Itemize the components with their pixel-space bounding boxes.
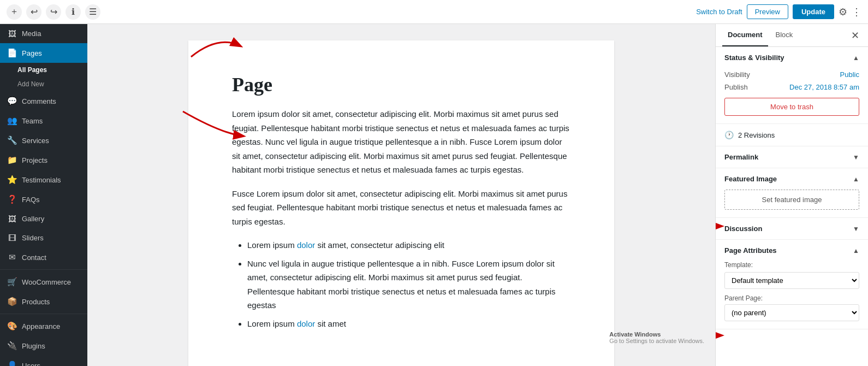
sidebar-item-pages[interactable]: 📄 Pages <box>0 43 87 63</box>
comments-icon: 💬 <box>7 96 17 106</box>
move-to-trash-button[interactable]: Move to trash <box>724 98 859 116</box>
editor-paragraph-2[interactable]: Fusce Lorem ipsum dolor sit amet, consec… <box>232 187 570 229</box>
sidebar-item-comments[interactable]: 💬 Comments <box>0 91 87 111</box>
list-view-icon[interactable]: ☰ <box>85 4 100 20</box>
more-options-icon[interactable]: ⋮ <box>852 6 861 18</box>
editor-list: Lorem ipsum dolor sit amet, consectetur … <box>232 238 570 330</box>
publish-label: Publish <box>724 83 748 91</box>
parent-page-label: Parent Page: <box>724 294 859 302</box>
settings-icon[interactable]: ⚙ <box>839 6 847 18</box>
section-featured-title: Featured Image <box>724 175 777 183</box>
publish-row: Publish Dec 27, 2018 8:57 am <box>724 81 859 93</box>
top-bar-left: ＋ ↩ ↪ ℹ ☰ <box>7 4 692 20</box>
template-select[interactable]: Default template <box>724 272 859 289</box>
update-button[interactable]: Update <box>793 4 834 19</box>
switch-to-draft-button[interactable]: Switch to Draft <box>696 8 742 16</box>
revisions-row[interactable]: 🕐 2 Revisions <box>716 124 868 146</box>
info-icon[interactable]: ℹ <box>66 4 81 20</box>
revisions-count: 2 Revisions <box>738 131 775 139</box>
sidebar-label-pages: Pages <box>22 49 81 57</box>
sidebar-item-contact[interactable]: ✉ Contact <box>0 247 87 267</box>
panel-tabs: Document Block ✕ <box>716 24 868 47</box>
sidebar-label-contact: Contact <box>22 253 81 262</box>
section-status-header[interactable]: Status & Visibility ▲ <box>716 47 868 68</box>
editor-paragraph-1[interactable]: Lorem ipsum dolor sit amet, consectetur … <box>232 107 570 177</box>
section-attributes-title: Page Attributes <box>724 246 777 255</box>
section-permalink: Permalink ▼ <box>716 146 868 168</box>
sidebar-label-users: Users <box>22 362 81 367</box>
redo-icon[interactable]: ↪ <box>46 4 61 20</box>
list-item[interactable]: Lorem ipsum dolor sit amet, consectetur … <box>247 238 570 252</box>
sidebar-item-teams[interactable]: 👥 Teams <box>0 111 87 131</box>
section-discussion-header[interactable]: Discussion ▼ <box>716 218 868 239</box>
section-page-attributes: Page Attributes ▲ Template: Default temp… <box>716 240 868 329</box>
set-featured-image-button[interactable]: Set featured image <box>724 190 859 210</box>
parent-page-select[interactable]: (no parent) <box>724 304 859 321</box>
sidebar-item-users[interactable]: 👤 Users <box>0 356 87 366</box>
sidebar-subitem-add-new[interactable]: Add New <box>0 77 87 91</box>
editor-content: Page Lorem ipsum dolor sit amet, consect… <box>188 40 614 366</box>
visibility-label: Visibility <box>724 70 750 79</box>
sidebar-label-sliders: Sliders <box>22 234 81 242</box>
main-layout: 🖼 Media 📄 Pages All Pages Add New 💬 Comm… <box>0 24 868 366</box>
section-status-title: Status & Visibility <box>724 54 784 62</box>
preview-button[interactable]: Preview <box>747 4 788 19</box>
sidebar-label-services: Services <box>22 137 81 145</box>
editor-area: Page Lorem ipsum dolor sit amet, consect… <box>87 24 715 366</box>
sidebar-label-comments: Comments <box>22 97 81 105</box>
sidebar-item-sliders[interactable]: 🎞 Sliders <box>0 228 87 247</box>
sidebar-item-appearance[interactable]: 🎨 Appearance <box>0 316 87 336</box>
sliders-icon: 🎞 <box>7 233 17 243</box>
list-item[interactable]: Nunc vel ligula in augue tristique pelle… <box>247 257 570 312</box>
appearance-icon: 🎨 <box>7 321 17 331</box>
publish-value[interactable]: Dec 27, 2018 8:57 am <box>789 83 859 91</box>
chevron-down-discussion-icon: ▼ <box>853 225 859 233</box>
visibility-value[interactable]: Public <box>840 70 859 79</box>
sidebar-item-projects[interactable]: 📁 Projects <box>0 150 87 170</box>
services-icon: 🔧 <box>7 135 17 145</box>
section-status-visibility: Status & Visibility ▲ Visibility Public … <box>716 47 868 124</box>
sidebar-item-media[interactable]: 🖼 Media <box>0 24 87 43</box>
section-permalink-title: Permalink <box>724 153 758 161</box>
sidebar-item-gallery[interactable]: 🖼 Gallery <box>0 209 87 228</box>
media-icon: 🖼 <box>7 29 17 38</box>
top-bar: ＋ ↩ ↪ ℹ ☰ Switch to Draft Preview Update… <box>0 0 868 24</box>
panel-close-button[interactable]: ✕ <box>849 27 861 44</box>
right-panel: Document Block ✕ Status & Visibility ▲ V… <box>715 24 868 366</box>
sidebar-subitem-all-pages[interactable]: All Pages <box>0 63 87 77</box>
undo-icon[interactable]: ↩ <box>26 4 41 20</box>
sidebar-label-appearance: Appearance <box>22 322 81 330</box>
projects-icon: 📁 <box>7 155 17 165</box>
sidebar-item-woocommerce[interactable]: 🛒 WooCommerce <box>0 272 87 292</box>
list-item[interactable]: Lorem ipsum dolor sit amet <box>247 317 570 331</box>
users-icon: 👤 <box>7 361 17 366</box>
section-attributes-header[interactable]: Page Attributes ▲ <box>716 240 868 261</box>
section-revisions: 🕐 2 Revisions <box>716 124 868 146</box>
contact-icon: ✉ <box>7 252 17 262</box>
sidebar-label-media: Media <box>22 29 81 38</box>
add-block-icon[interactable]: ＋ <box>7 4 22 20</box>
sidebar-label-gallery: Gallery <box>22 215 81 223</box>
tab-block[interactable]: Block <box>770 24 799 46</box>
page-title[interactable]: Page <box>232 73 570 96</box>
chevron-down-permalink-icon: ▼ <box>853 154 859 161</box>
list-link-1[interactable]: dolor <box>297 240 315 250</box>
visibility-row: Visibility Public <box>724 68 859 81</box>
sidebar-item-faqs[interactable]: ❓ FAQs <box>0 190 87 209</box>
chevron-up-icon: ▲ <box>853 54 859 62</box>
sidebar: 🖼 Media 📄 Pages All Pages Add New 💬 Comm… <box>0 24 87 366</box>
sidebar-item-plugins[interactable]: 🔌 Plugins <box>0 336 87 356</box>
sidebar-item-testimonials[interactable]: ⭐ Testimonials <box>0 170 87 190</box>
tab-document[interactable]: Document <box>722 24 768 46</box>
sidebar-item-products[interactable]: 📦 Products <box>0 292 87 311</box>
template-label: Template: <box>724 261 859 269</box>
sidebar-label-plugins: Plugins <box>22 342 81 350</box>
list-link-2[interactable]: dolor <box>297 319 315 328</box>
sidebar-item-services[interactable]: 🔧 Services <box>0 131 87 150</box>
teams-icon: 👥 <box>7 116 17 126</box>
products-icon: 📦 <box>7 297 17 306</box>
section-permalink-header[interactable]: Permalink ▼ <box>716 146 868 168</box>
section-featured-header[interactable]: Featured Image ▲ <box>716 168 868 190</box>
revisions-icon: 🕐 <box>724 131 734 139</box>
sidebar-label-products: Products <box>22 298 81 306</box>
